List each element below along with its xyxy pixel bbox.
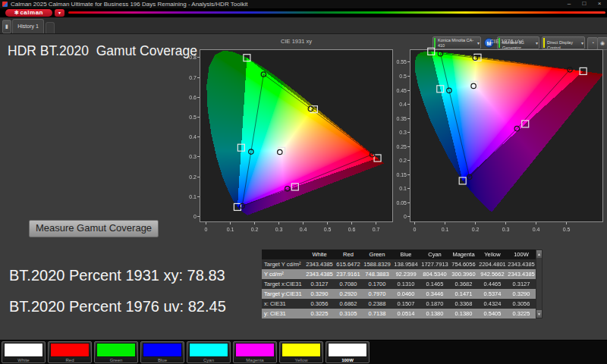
swatch-label: Red bbox=[49, 357, 91, 363]
calman-logo-button[interactable]: ✻calman bbox=[5, 9, 52, 17]
table-row: Y cd/m²2343.4385237.9161748.388392.23998… bbox=[262, 269, 536, 279]
swatch-label: White bbox=[2, 357, 45, 363]
swatch-color bbox=[96, 343, 136, 357]
scroll-down-icon[interactable]: ▼ bbox=[536, 310, 542, 318]
table-cell: 0.3225 bbox=[507, 309, 536, 318]
swatch-color bbox=[328, 343, 367, 357]
pattern-swatch-cyan[interactable]: Cyan bbox=[187, 341, 231, 363]
table-cell: 0.3056 bbox=[507, 299, 536, 309]
column-header-green: Green bbox=[363, 249, 392, 259]
maximize-icon[interactable]: □ bbox=[578, 0, 590, 8]
table-cell: 615.6472 bbox=[334, 259, 363, 269]
pattern-swatch-magenta[interactable]: Magenta bbox=[233, 341, 277, 363]
table-cell: 0.1380 bbox=[449, 309, 478, 318]
table-cell: 2343.4385 bbox=[305, 269, 334, 279]
cie-1976-chart: CIE 1976 u'v' bbox=[392, 38, 607, 235]
swatch-color bbox=[50, 343, 90, 357]
calman-app-window: Calman 2025 Calman Ultimate for Business… bbox=[0, 0, 607, 364]
cie-1931-plot bbox=[181, 46, 401, 234]
pattern-swatch-green[interactable]: Green bbox=[94, 341, 138, 363]
pattern-swatch-white[interactable]: White bbox=[2, 341, 46, 363]
table-cell: 942.5662 bbox=[478, 269, 507, 279]
column-header-red: Red bbox=[334, 249, 363, 259]
swatch-color bbox=[189, 343, 228, 357]
window-titlebar: Calman 2025 Calman Ultimate for Business… bbox=[0, 0, 607, 8]
column-header-magenta: Magenta bbox=[449, 249, 478, 259]
row-label: y: CIE31 bbox=[262, 309, 305, 318]
table-cell: 0.4465 bbox=[478, 279, 507, 289]
swatch-color bbox=[281, 343, 321, 357]
column-header-white: White bbox=[305, 249, 334, 259]
table-row: Target y:CIE310.32900.29200.79700.04600.… bbox=[262, 289, 536, 299]
swatch-label: Magenta bbox=[234, 357, 276, 363]
table-row: Target x:CIE310.31270.70800.17000.13100.… bbox=[262, 279, 536, 289]
row-label: Y cd/m² bbox=[262, 269, 305, 279]
spectrum-strip bbox=[68, 11, 605, 14]
table-cell: 0.7080 bbox=[334, 279, 363, 289]
swatch-label: Green bbox=[95, 357, 137, 363]
table-cell: 92.2399 bbox=[392, 269, 420, 279]
table-cell: 0.7138 bbox=[363, 309, 392, 318]
table-cell: 0.0460 bbox=[392, 289, 420, 299]
window-title: Calman 2025 Calman Ultimate for Business… bbox=[11, 0, 247, 8]
table-cell: 300.3960 bbox=[449, 269, 478, 279]
swatch-color bbox=[4, 343, 43, 357]
table-cell: 2343.4385 bbox=[305, 259, 334, 269]
swatch-color bbox=[143, 343, 182, 357]
calman-logo-text: calman bbox=[20, 9, 43, 16]
table-cell: 0.2920 bbox=[334, 289, 363, 299]
table-cell: 0.5374 bbox=[478, 289, 507, 299]
tab-history-1[interactable]: History 1 bbox=[12, 19, 44, 33]
swatch-label: Yellow bbox=[280, 357, 322, 363]
table-cell: 0.3446 bbox=[420, 289, 449, 299]
table-cell: 0.6862 bbox=[334, 299, 363, 309]
swatch-label: Blue bbox=[141, 357, 184, 363]
column-header-yellow: Yellow bbox=[478, 249, 507, 259]
table-cell: 0.3105 bbox=[334, 309, 363, 318]
table-cell: 0.3127 bbox=[507, 279, 536, 289]
collapse-tab-button[interactable]: ▮ bbox=[2, 20, 11, 33]
pattern-swatch-red[interactable]: Red bbox=[48, 341, 92, 363]
measure-gamut-coverage-button[interactable]: Measure Gamut Coverage bbox=[29, 220, 159, 237]
row-label: Target Y cd/m² bbox=[262, 259, 305, 269]
row-label: x: CIE31 bbox=[262, 299, 305, 309]
table-cell: 0.3682 bbox=[449, 279, 478, 289]
calman-flower-icon: ✻ bbox=[14, 10, 19, 15]
table-cell: 0.1465 bbox=[420, 279, 449, 289]
table-cell: 0.1870 bbox=[420, 299, 449, 309]
table-cell: 0.3290 bbox=[305, 289, 334, 299]
table-cell: 237.9161 bbox=[334, 269, 363, 279]
table-cell: 0.5405 bbox=[478, 309, 507, 318]
column-header-100w: 100W bbox=[507, 249, 536, 259]
row-label: Target y:CIE31 bbox=[262, 289, 305, 299]
table-header-row: WhiteRedGreenBlueCyanMagentaYellow100W bbox=[262, 249, 536, 259]
scroll-up-icon[interactable]: ▲ bbox=[536, 250, 542, 258]
session-toolbar: ▮ History 1 Konica Minolta CA-410 08 Dis… bbox=[0, 17, 607, 34]
cie-1931-chart: CIE 1931 xy bbox=[181, 38, 401, 235]
table-scrollbar[interactable]: ▲ ▼ bbox=[536, 249, 543, 318]
table-cell: 804.5340 bbox=[420, 269, 449, 279]
close-icon[interactable]: × bbox=[593, 0, 605, 8]
pattern-swatch-100w[interactable]: 100W bbox=[326, 341, 370, 363]
new-tab-button[interactable] bbox=[46, 22, 55, 33]
pattern-swatch-yellow[interactable]: Yellow bbox=[279, 341, 323, 363]
logo-menu-button[interactable]: ▾ bbox=[55, 9, 64, 17]
cie-1931-chart-title: CIE 1931 xy bbox=[200, 38, 393, 45]
table-corner-cell bbox=[262, 249, 305, 259]
pattern-bar: WhiteRedGreenBlueCyanMagentaYellow100W ▾… bbox=[0, 340, 607, 364]
table-cell: 1588.8329 bbox=[363, 259, 392, 269]
table-cell: 2204.4801 bbox=[478, 259, 507, 269]
coverage-percent-1931: BT.2020 Percent 1931 xy: 78.83 bbox=[9, 267, 225, 284]
pattern-swatch-blue[interactable]: Blue bbox=[140, 341, 184, 363]
table-cell: 754.6056 bbox=[449, 259, 478, 269]
table-row: Target Y cd/m²2343.4385615.64721588.8329… bbox=[262, 259, 536, 269]
table-row: y: CIE310.32250.31050.71380.05140.13800.… bbox=[262, 309, 536, 318]
table-cell: 0.2388 bbox=[363, 299, 392, 309]
cie-1976-chart-title: CIE 1976 u'v' bbox=[410, 38, 603, 45]
table-cell: 0.0514 bbox=[392, 309, 420, 318]
minimize-icon[interactable]: – bbox=[563, 0, 575, 8]
gamut-results-table: WhiteRedGreenBlueCyanMagentaYellow100WTa… bbox=[262, 249, 536, 318]
table-row: x: CIE310.30560.68620.23880.15070.18700.… bbox=[262, 299, 536, 309]
table-cell: 0.7970 bbox=[363, 289, 392, 299]
table-cell: 0.3290 bbox=[507, 289, 536, 299]
